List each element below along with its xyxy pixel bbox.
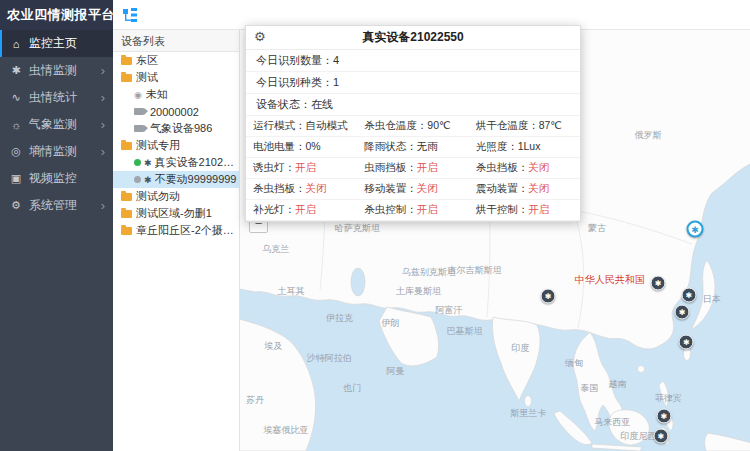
sidebar-item-insect-stats[interactable]: ∿虫情统计› [0, 84, 113, 111]
device-map-marker[interactable]: ✱ [681, 288, 696, 303]
bug-icon: ✱ [144, 158, 152, 168]
popup-status-cell: 杀虫仓温度：90℃ [357, 116, 468, 137]
status-dot-online [134, 159, 141, 166]
device-group-zhangqiu-cams[interactable]: 章丘阳丘区-2个摄像头 [113, 222, 239, 239]
bug-icon: ✱ [144, 175, 152, 185]
folder-icon [121, 227, 132, 235]
device-list-panel: 设备列表 东区测试◉未知20000002气象设备986测试专用✱真实设备2102… [113, 30, 240, 451]
signal-icon: ◉ [134, 90, 142, 100]
device-item-dont-move-9999[interactable]: ✱不要动99999999 [113, 171, 239, 188]
app-window: 农业四情测报平台 ⌂监控主页✱虫情监测›∿虫情统计›☼气象监测›◎墒情监测›▣视… [0, 0, 750, 451]
status-label: 运行模式： [253, 119, 306, 131]
device-item-real-21022550[interactable]: ✱真实设备21022550 [113, 154, 239, 171]
camera-icon [134, 125, 144, 132]
device-map-marker[interactable]: ✱ [541, 289, 556, 304]
device-map-marker[interactable]: ✱ [679, 334, 694, 349]
sidebar-item-soil-monitoring[interactable]: ◎墒情监测› [0, 138, 113, 165]
bug-icon: ✱ [8, 64, 24, 77]
status-label: 降雨状态： [364, 140, 417, 152]
sidebar-item-insect-monitoring[interactable]: ✱虫情监测› [0, 57, 113, 84]
status-value: 无雨 [417, 140, 438, 152]
device-item-cam-20000002[interactable]: 20000002 [113, 103, 239, 120]
device-label: 测试勿动 [136, 189, 180, 204]
device-label: 气象设备986 [150, 121, 212, 136]
camera-icon: ▣ [8, 172, 24, 185]
camera-icon [134, 108, 144, 115]
device-group-test-area-1[interactable]: 测试区域-勿删1 [113, 205, 239, 222]
popup-status-grid: 运行模式：自动模式杀虫仓温度：90℃烘干仓温度：87℃电池电量：0%降雨状态：无… [246, 116, 580, 221]
popup-summary-row: 今日识别数量：4 [246, 50, 580, 72]
device-label: 不要动99999999 [155, 172, 237, 187]
status-label: 杀虫仓温度： [364, 119, 427, 131]
device-map-marker[interactable]: ✱ [656, 409, 671, 424]
status-label: 杀虫挡板： [253, 182, 306, 194]
device-label: 真实设备21022550 [155, 155, 239, 170]
popup-status-cell: 杀虫挡板：关闭 [469, 158, 580, 179]
popup-status-cell: 震动装置：关闭 [469, 179, 580, 200]
device-map-marker[interactable]: ✱ [653, 429, 668, 444]
popup-header: ⚙ 真实设备21022550 [246, 26, 580, 50]
sidebar-item-video-surveillance[interactable]: ▣视频监控 [0, 165, 113, 192]
status-value: 开启 [528, 203, 549, 215]
status-label: 杀虫控制： [364, 203, 417, 215]
globe-icon: ◎ [8, 145, 24, 158]
sidebar-item-label: 监控主页 [29, 35, 105, 52]
device-group-test-no-touch[interactable]: 测试勿动 [113, 188, 239, 205]
home-icon: ⌂ [8, 38, 24, 50]
sidebar-item-label: 墒情监测 [29, 143, 101, 160]
device-label: 测试区域-勿删1 [136, 206, 212, 221]
status-value: 1Lux [518, 140, 541, 152]
popup-status-cell: 电池电量：0% [246, 137, 357, 158]
status-dot-offline [134, 176, 141, 183]
status-label: 移动装置： [364, 182, 417, 194]
folder-icon [121, 57, 132, 65]
summary-value: 在线 [311, 98, 333, 110]
summary-label: 今日识别数量： [256, 54, 333, 66]
device-group-test[interactable]: 测试 [113, 69, 239, 86]
gear-icon: ⚙ [8, 199, 24, 212]
folder-icon [121, 74, 132, 82]
device-label: 未知 [146, 87, 168, 102]
popup-title: 真实设备21022550 [362, 29, 463, 46]
device-item-weather-986[interactable]: 气象设备986 [113, 120, 239, 137]
device-label: 测试专用 [136, 138, 180, 153]
app-title: 农业四情测报平台 [0, 0, 113, 30]
sidebar-item-weather-monitoring[interactable]: ☼气象监测› [0, 111, 113, 138]
status-value: 0% [306, 140, 321, 152]
popup-summary-row: 设备状态：在线 [246, 94, 580, 116]
weather-icon: ☼ [8, 119, 24, 131]
device-map-marker[interactable]: ✱ [686, 221, 703, 238]
sidebar-item-label: 虫情统计 [29, 89, 101, 106]
popup-status-cell: 杀虫挡板：关闭 [246, 179, 357, 200]
device-label: 20000002 [150, 106, 199, 118]
sidebar-item-home[interactable]: ⌂监控主页 [0, 30, 113, 57]
popup-status-cell: 诱虫灯：开启 [246, 158, 357, 179]
device-list-title: 设备列表 [113, 30, 239, 52]
status-label: 烘干控制： [476, 203, 529, 215]
sidebar-item-label: 系统管理 [29, 197, 101, 214]
popup-status-cell: 虫雨挡板：开启 [357, 158, 468, 179]
device-tree-toggle-icon[interactable] [123, 8, 137, 22]
device-map-marker[interactable]: ✱ [675, 305, 690, 320]
status-label: 烘干仓温度： [476, 119, 539, 131]
popup-status-cell: 降雨状态：无雨 [357, 137, 468, 158]
status-value: 自动模式 [306, 119, 348, 131]
settings-gear-icon[interactable]: ⚙ [254, 29, 266, 44]
status-label: 诱虫灯： [253, 161, 295, 173]
device-group-test-dedicated[interactable]: 测试专用 [113, 137, 239, 154]
sidebar-item-system-management[interactable]: ⚙系统管理› [0, 192, 113, 219]
device-label: 章丘阳丘区-2个摄像头 [136, 223, 239, 238]
sidebar-item-label: 虫情监测 [29, 62, 101, 79]
device-item-unknown[interactable]: ◉未知 [113, 86, 239, 103]
folder-icon [121, 142, 132, 150]
device-group-east-district[interactable]: 东区 [113, 52, 239, 69]
device-tree: 东区测试◉未知20000002气象设备986测试专用✱真实设备21022550✱… [113, 52, 239, 239]
device-label: 东区 [136, 53, 158, 68]
chevron-right-icon: › [101, 144, 105, 159]
status-value: 关闭 [528, 182, 549, 194]
status-value: 开启 [417, 203, 438, 215]
popup-status-cell: 补光灯：开启 [246, 200, 357, 221]
status-value: 开启 [295, 203, 316, 215]
status-label: 电池电量： [253, 140, 306, 152]
device-map-marker[interactable]: ✱ [651, 276, 666, 291]
